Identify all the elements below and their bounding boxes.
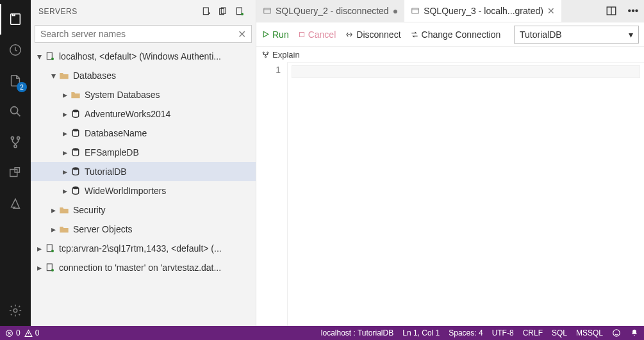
svg-rect-7 — [10, 170, 17, 177]
tree-server-arvran[interactable]: ▸ tcp:arvran-2\sql17rtm,1433, <default> … — [31, 239, 256, 258]
run-button[interactable]: Run — [261, 29, 289, 40]
tree-server-arvtestaz[interactable]: ▸ connection to 'master' on 'arvtestaz.d… — [31, 258, 256, 277]
chevron-right-icon: ▸ — [60, 147, 69, 158]
folder-icon — [58, 225, 70, 234]
tree-db-databasename[interactable]: ▸ DatabaseName — [31, 124, 256, 143]
chevron-right-icon: ▸ — [60, 166, 69, 177]
folder-icon — [69, 90, 82, 99]
status-provider[interactable]: MSSQL — [576, 328, 603, 337]
svg-rect-27 — [412, 8, 419, 13]
database-icon — [69, 109, 82, 119]
svg-point-21 — [72, 186, 78, 189]
close-icon[interactable]: ✕ — [547, 6, 555, 16]
chevron-down-icon: ▾ — [35, 51, 44, 61]
activity-azure[interactable] — [0, 188, 31, 219]
tree-system-databases[interactable]: ▸ System Databases — [31, 85, 256, 104]
new-connection-icon[interactable] — [198, 6, 215, 17]
database-icon — [69, 147, 82, 158]
chevron-down-icon: ▾ — [629, 29, 633, 40]
database-select[interactable]: TutorialDB ▾ — [514, 26, 639, 44]
svg-point-32 — [265, 56, 266, 57]
new-group-icon[interactable] — [215, 6, 231, 17]
chevron-right-icon: ▸ — [49, 224, 58, 234]
disconnect-button[interactable]: Disconnect — [345, 29, 400, 40]
code-editor[interactable]: 1 — [256, 62, 644, 326]
tree-security-folder[interactable]: ▸ Security — [31, 200, 256, 220]
folder-icon — [58, 206, 70, 215]
status-indent[interactable]: Spaces: 4 — [449, 328, 483, 337]
folder-icon — [58, 71, 70, 80]
chevron-down-icon: ▾ — [49, 70, 58, 81]
database-icon — [69, 128, 82, 138]
change-connection-button[interactable]: Change Connection — [410, 29, 501, 40]
clear-search-icon[interactable]: ✕ — [238, 28, 246, 40]
tree-db-adventureworks[interactable]: ▸ AdventureWorks2014 — [31, 104, 256, 124]
svg-point-20 — [72, 167, 78, 170]
status-eol[interactable]: CRLF — [523, 328, 543, 337]
split-editor-icon[interactable] — [600, 0, 622, 22]
status-encoding[interactable]: UTF-8 — [492, 328, 514, 337]
tree-db-tutorialdb[interactable]: ▸ TutorialDB — [31, 162, 256, 181]
svg-rect-26 — [264, 8, 271, 13]
chevron-right-icon: ▸ — [49, 205, 58, 215]
svg-rect-15 — [47, 53, 52, 60]
explain-button[interactable]: Explain — [261, 50, 300, 60]
search-input-wrap[interactable]: ✕ — [35, 25, 252, 43]
svg-point-4 — [11, 137, 13, 140]
status-cursor-pos[interactable]: Ln 1, Col 1 — [402, 328, 440, 337]
search-input[interactable] — [40, 29, 238, 39]
svg-point-14 — [241, 13, 244, 15]
activity-explorer[interactable]: 2 — [0, 65, 31, 96]
tab-sqlquery2[interactable]: SQLQuery_2 - disconnected ● — [256, 0, 404, 22]
svg-point-18 — [72, 129, 78, 131]
server-icon — [44, 243, 56, 254]
status-connection[interactable]: localhost : TutorialDB — [321, 328, 393, 337]
cancel-button[interactable]: Cancel — [298, 29, 336, 40]
svg-point-23 — [51, 250, 54, 252]
file-icon — [263, 6, 272, 15]
chevron-right-icon: ▸ — [35, 263, 44, 273]
server-icon — [44, 51, 56, 61]
tab-sqlquery3[interactable]: SQLQuery_3 - localh...grated) ✕ — [404, 0, 561, 22]
svg-point-9 — [13, 309, 17, 312]
activity-search[interactable] — [0, 96, 31, 127]
chevron-right-icon: ▸ — [60, 186, 69, 196]
editor-tabs: SQLQuery_2 - disconnected ● SQLQuery_3 -… — [256, 0, 644, 22]
database-icon — [69, 186, 82, 196]
tree-databases-folder[interactable]: ▾ Databases — [31, 66, 256, 85]
query-toolbar: Run Cancel Disconnect Change Connection … — [256, 22, 644, 47]
chevron-right-icon: ▸ — [60, 109, 69, 119]
new-query-icon[interactable] — [231, 6, 248, 17]
database-icon — [69, 166, 82, 177]
status-warnings[interactable]: 0 — [24, 328, 40, 337]
tree-db-efsampledb[interactable]: ▸ EFSampleDB — [31, 143, 256, 162]
svg-point-19 — [72, 148, 78, 150]
activity-extensions[interactable] — [0, 158, 31, 188]
more-icon[interactable]: ••• — [622, 0, 644, 22]
tree-server-localhost[interactable]: ▾ localhost, <default> (Windows Authenti… — [31, 47, 256, 66]
tab-dirty-icon[interactable]: ● — [393, 6, 398, 16]
tree-serverobjects-folder[interactable]: ▸ Server Objects — [31, 220, 256, 239]
code-content[interactable] — [287, 62, 644, 326]
svg-rect-22 — [47, 245, 52, 252]
chevron-right-icon: ▸ — [60, 90, 69, 100]
sidebar: SERVERS ✕ ▾ localhost, <default> (Window… — [31, 0, 256, 326]
activity-servers[interactable] — [0, 4, 31, 35]
activity-task-history[interactable] — [0, 35, 31, 65]
status-errors[interactable]: 0 — [5, 328, 21, 337]
svg-point-5 — [17, 137, 20, 140]
status-language[interactable]: SQL — [552, 328, 567, 337]
activity-settings[interactable] — [0, 295, 31, 326]
svg-point-16 — [51, 58, 54, 60]
status-bell-icon[interactable] — [630, 328, 639, 337]
svg-point-6 — [14, 145, 17, 147]
activity-bar: 2 — [0, 0, 31, 326]
sub-toolbar: Explain — [256, 47, 644, 62]
line-gutter: 1 — [256, 62, 287, 326]
status-feedback-icon[interactable] — [612, 328, 621, 337]
editor-area: SQLQuery_2 - disconnected ● SQLQuery_3 -… — [256, 0, 644, 326]
file-icon — [411, 6, 420, 15]
svg-rect-24 — [47, 264, 52, 271]
tree-db-wideworldimporters[interactable]: ▸ WideWorldImporters — [31, 181, 256, 200]
activity-source-control[interactable] — [0, 127, 31, 158]
